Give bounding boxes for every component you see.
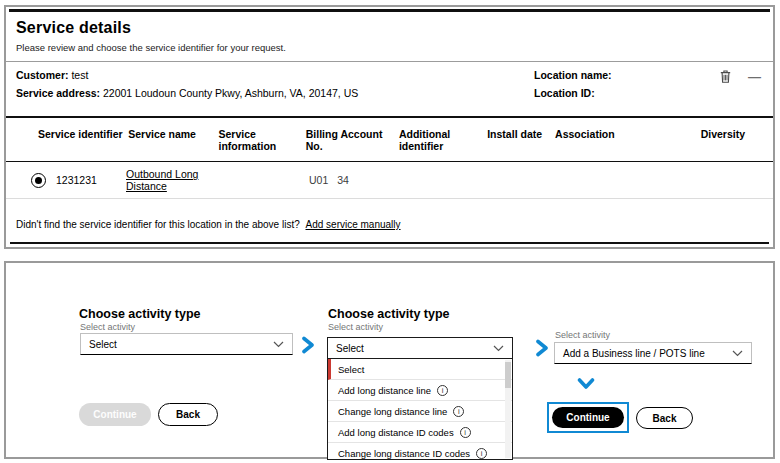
dropdown-option-add-long-distance-line[interactable]: Add long distance line i [328,380,512,401]
info-icon[interactable]: i [460,427,471,438]
step1-select-value: Select [89,339,117,350]
arrow-down-icon [577,377,595,391]
step1-back-button[interactable]: Back [158,403,218,426]
cell-service-name: Outbound Long Distance [126,168,219,192]
step1-heading: Choose activity type [79,307,201,321]
billing-account-suffix: 34 [337,174,349,186]
footer-question-text: Didn't find the service identifier for t… [16,219,300,230]
service-address-label: Service address: [16,87,100,99]
info-icon[interactable]: i [453,406,464,417]
table-footer: Didn't find the service identifier for t… [6,199,773,230]
choose-activity-panel: Choose activity type Select activity Sel… [4,261,775,459]
location-id-label: Location ID: [534,87,612,99]
dropdown-option-change-long-distance-line[interactable]: Change long distance line i [328,401,512,422]
col-header-service-name: Service name [128,128,218,140]
step2-select-label: Select activity [328,322,383,332]
service-name-link[interactable]: Outbound Long Distance [126,168,198,192]
table-row: 1231231 Outbound Long Distance U0134 [6,162,773,198]
chevron-down-icon [493,345,504,352]
customer-value: test [71,69,88,81]
location-name-label: Location name: [534,69,612,81]
service-details-header: Service details Please review and choose… [6,12,773,55]
dropdown-option-select[interactable]: Select [328,359,512,380]
dropdown-scrollbar[interactable] [505,360,511,458]
service-address-line: Service address: 22001 Loudoun County Pk… [16,87,763,99]
add-service-manually-link[interactable]: Add service manually [306,219,401,230]
chevron-down-icon [273,341,284,348]
dropdown-option-change-long-distance-id-codes[interactable]: Change long distance ID codes i [328,443,512,460]
col-header-billing-account: Billing Account No. [306,128,399,152]
col-header-diversity: Diversity [701,128,763,140]
page-title: Service details [16,19,763,37]
bottom-rule [10,242,769,244]
delete-location-button[interactable] [720,70,731,83]
option-label: Add long distance line [338,385,431,396]
info-icon[interactable]: i [476,448,487,459]
step2-activity-select[interactable]: Select [327,337,513,359]
continue-focus-outline: Continue [547,402,629,433]
step3-continue-button[interactable]: Continue [552,407,624,428]
option-label: Change long distance ID codes [338,448,470,459]
service-address-value: 22001 Loudoun County Pkwy, Ashburn, VA, … [103,87,358,99]
option-label: Select [338,364,364,375]
location-block: Location name: Location ID: [534,69,612,105]
card-actions: — [720,70,761,83]
step3-activity-select[interactable]: Add a Business line / POTS line [554,342,752,364]
step1-select-label: Select activity [80,322,135,332]
option-label: Change long distance line [338,406,447,417]
radio-dot-icon [35,177,42,184]
step3-select-value: Add a Business line / POTS line [563,348,705,359]
step2-select-value: Select [336,343,364,354]
cell-service-identifier: 1231231 [56,174,126,186]
billing-account-prefix: U01 [309,174,328,186]
collapse-card-button[interactable]: — [748,70,761,83]
col-header-install-date: Install date [487,128,555,140]
col-header-association: Association [555,128,701,140]
minus-icon: — [748,69,761,84]
customer-label: Customer: [16,69,69,81]
customer-line: Customer: test [16,69,763,81]
activity-dropdown-list: Select Add long distance line i Change l… [327,359,513,460]
info-icon[interactable]: i [437,385,448,396]
col-header-service-identifier: Service identifier [38,128,128,140]
cell-billing-account: U0134 [309,174,405,186]
step1-continue-button[interactable]: Continue [79,403,151,426]
trash-icon [720,70,731,83]
step3-back-button[interactable]: Back [636,407,693,429]
step-arrow-right-icon [301,336,315,354]
service-table-header: Service identifier Service name Service … [6,118,773,161]
service-radio-selected[interactable] [31,173,46,188]
col-header-service-information: Service information [218,128,305,152]
scrollbar-thumb[interactable] [505,362,511,388]
chevron-down-icon [732,350,743,357]
step-arrow-right-icon [535,339,549,357]
service-details-panel: Service details Please review and choose… [4,5,775,249]
dropdown-option-add-long-distance-id-codes[interactable]: Add long distance ID codes i [328,422,512,443]
step2-heading: Choose activity type [328,307,450,321]
step3-select-label: Select activity [555,330,610,340]
page-subtitle: Please review and choose the service ide… [16,42,763,53]
option-label: Add long distance ID codes [338,427,454,438]
customer-info-section: Customer: test Service address: 22001 Lo… [6,62,773,116]
step1-activity-select[interactable]: Select [80,333,293,355]
col-header-additional-identifier: Additional identifier [399,128,487,152]
